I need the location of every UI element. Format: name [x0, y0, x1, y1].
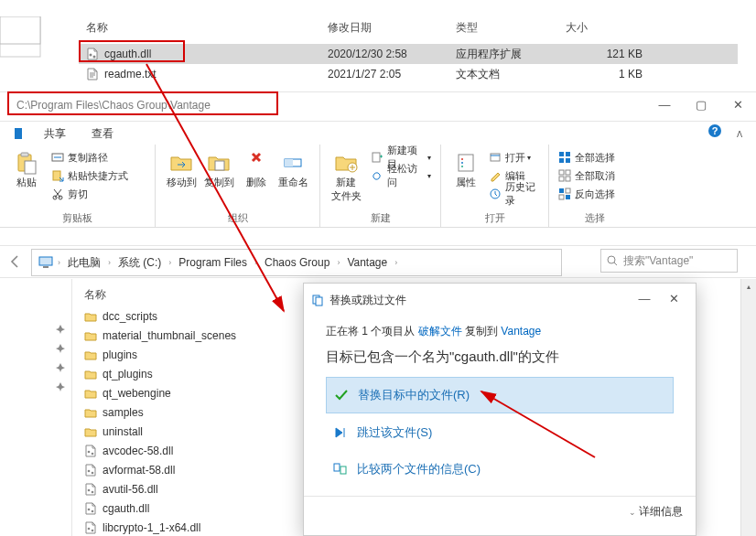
close-button[interactable]: ✕: [719, 95, 756, 117]
svg-rect-30: [559, 177, 564, 181]
txt-icon: [86, 68, 99, 80]
sidebar-divider: [71, 279, 72, 536]
compare-option[interactable]: 比较两个文件的信息(C): [326, 452, 674, 487]
tab-share[interactable]: 共享: [31, 123, 79, 145]
file-tab-truncated[interactable]: [15, 123, 31, 145]
svg-point-3: [93, 56, 96, 59]
svg-point-43: [88, 488, 91, 491]
address-path[interactable]: C:\Program Files\Chaos Group\Vantage: [16, 99, 271, 112]
file-row-readme[interactable]: readme.txt 2021/1/27 2:05 文本文档 1 KB: [79, 64, 738, 84]
list-item[interactable]: avformat-58.dll: [77, 460, 297, 479]
list-item[interactable]: libcrypto-1_1-x64.dll: [77, 518, 297, 536]
list-item[interactable]: material_thumbnail_scenes: [77, 326, 297, 345]
properties-button[interactable]: 属性: [448, 148, 483, 203]
svg-rect-22: [491, 154, 500, 161]
search-icon: [607, 255, 618, 266]
svg-text:?: ?: [712, 125, 718, 136]
group-label-organize: 组织: [163, 209, 312, 225]
scrollbar-vertical[interactable]: ▴: [740, 279, 756, 536]
dlg-minimize[interactable]: —: [630, 289, 659, 311]
top-column-headers: 名称 修改日期 类型 大小: [79, 15, 738, 41]
ribbon-group-new: 新建 文件夹 新建项目▾ 轻松访问▾ 新建: [320, 145, 441, 227]
breadcrumb-bar[interactable]: ›此电脑 ›系统 (C:) ›Program Files ›Chaos Grou…: [31, 249, 562, 276]
select-none-button[interactable]: 全部取消: [556, 166, 617, 185]
ribbon-expand[interactable]: ᐱ: [730, 124, 749, 145]
svg-point-47: [88, 527, 91, 530]
details-toggle[interactable]: 详细信息: [639, 505, 683, 518]
svg-rect-36: [39, 257, 52, 265]
select-all-button[interactable]: 全部选择: [556, 148, 617, 166]
ribbon-group-open: 属性 打开▾ 编辑 历史记录 打开: [441, 145, 549, 227]
list-item[interactable]: qt_plugins: [77, 364, 297, 383]
dlg-close[interactable]: ✕: [659, 289, 688, 311]
svg-rect-34: [559, 195, 564, 199]
pin-icon: [55, 381, 66, 392]
dialog-footer: ⌄ 详细信息: [304, 496, 696, 527]
copy-path-button[interactable]: 复制路径: [49, 148, 130, 166]
rename-button[interactable]: 重命名: [275, 148, 312, 191]
svg-rect-50: [316, 297, 322, 306]
group-label-open: 打开: [448, 209, 541, 225]
svg-point-41: [88, 469, 91, 472]
svg-point-46: [92, 509, 94, 512]
col-type[interactable]: 类型: [448, 15, 558, 41]
svg-point-38: [608, 256, 615, 263]
file-details-list: 名称 dcc_scriptsmaterial_thumbnail_scenesp…: [77, 284, 297, 536]
list-item[interactable]: samples: [77, 402, 297, 422]
scroll-up[interactable]: ▴: [741, 279, 756, 295]
list-item[interactable]: avcodec-58.dll: [77, 441, 297, 460]
group-label-select: 选择: [556, 209, 633, 225]
check-icon: [334, 388, 349, 402]
list-item[interactable]: dcc_scripts: [77, 306, 297, 326]
easy-access-button[interactable]: 轻松访问▾: [369, 166, 433, 185]
svg-rect-10: [53, 171, 60, 180]
pin-icon: [55, 343, 66, 354]
list-item[interactable]: qt_webengine: [77, 383, 297, 402]
search-box[interactable]: 搜索"Vantage": [600, 249, 738, 273]
detail-col-name[interactable]: 名称: [77, 284, 297, 306]
svg-rect-51: [334, 464, 340, 471]
list-item[interactable]: plugins: [77, 345, 297, 364]
paste-button[interactable]: 粘贴: [7, 148, 46, 203]
delete-button[interactable]: 删除: [238, 148, 275, 191]
pin-icon: [55, 362, 66, 373]
svg-rect-13: [215, 161, 224, 170]
svg-point-39: [88, 450, 91, 453]
svg-rect-28: [559, 170, 564, 175]
paste-shortcut-button[interactable]: 粘贴快捷方式: [49, 166, 130, 185]
file-row-cgauth[interactable]: cgauth.dll 2020/12/30 2:58 应用程序扩展 121 KB: [79, 44, 738, 64]
svg-point-40: [92, 452, 94, 455]
cut-button[interactable]: 剪切: [49, 185, 130, 203]
col-date[interactable]: 修改日期: [320, 15, 448, 41]
col-name[interactable]: 名称: [79, 15, 320, 41]
list-item[interactable]: avutil-56.dll: [77, 479, 297, 498]
tab-view[interactable]: 查看: [79, 123, 126, 145]
replace-option[interactable]: 替换目标中的文件(R): [326, 377, 674, 413]
history-button[interactable]: 历史记录: [487, 185, 541, 203]
minimize-button[interactable]: —: [646, 95, 683, 117]
new-folder-button[interactable]: 新建 文件夹: [328, 148, 365, 205]
paste-label: 粘贴: [16, 176, 37, 189]
svg-rect-25: [566, 152, 570, 156]
file-size: 121 KB: [566, 48, 643, 60]
list-item[interactable]: uninstall: [77, 422, 297, 441]
copy-to-button[interactable]: 复制到: [200, 148, 238, 191]
svg-rect-52: [340, 466, 346, 474]
col-size[interactable]: 大小: [558, 15, 641, 41]
svg-rect-31: [566, 177, 570, 181]
list-item[interactable]: cgauth.dll: [77, 498, 297, 518]
help-icon[interactable]: ?: [707, 123, 723, 139]
win-top-border: [0, 91, 756, 92]
skip-option[interactable]: 跳过该文件(S): [326, 415, 674, 450]
copy-icon: [311, 294, 324, 306]
invert-selection-button[interactable]: 反向选择: [556, 185, 617, 203]
svg-point-44: [92, 490, 94, 493]
svg-rect-33: [566, 188, 570, 193]
back-button[interactable]: [5, 252, 24, 273]
svg-rect-18: [459, 155, 473, 171]
move-to-button[interactable]: 移动到: [163, 148, 200, 191]
open-button[interactable]: 打开▾: [487, 148, 541, 166]
file-date: 2020/12/30 2:58: [328, 48, 456, 60]
dialog-title-text: 替换或跳过文件: [329, 293, 406, 308]
maximize-button[interactable]: ▢: [683, 95, 719, 117]
